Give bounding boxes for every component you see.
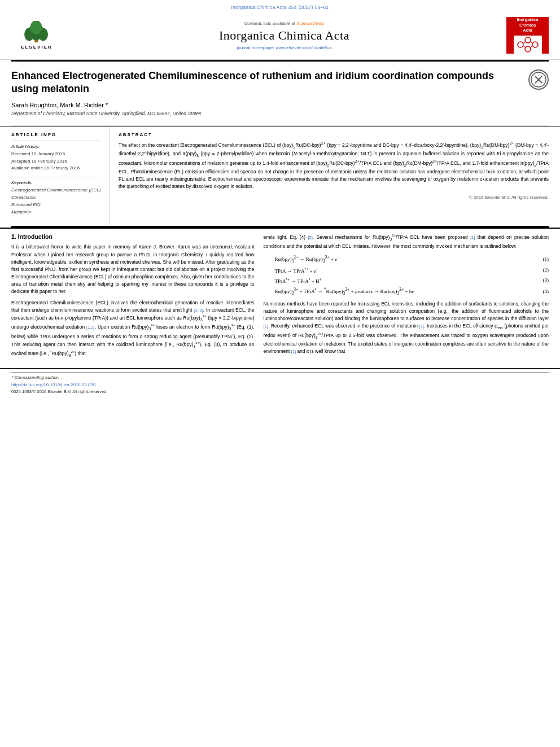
keywords-label: Keywords: bbox=[11, 180, 101, 185]
history-label: Article history: bbox=[11, 144, 101, 149]
crossmark-icon bbox=[530, 71, 547, 88]
equation-3-number: (3) bbox=[535, 277, 549, 283]
equation-1: Ru(bpy)32+ → Ru(bpy)33+ + e− bbox=[264, 255, 535, 264]
article-keywords: Keywords: Electrogenerated Chemiluminesc… bbox=[11, 177, 101, 216]
elsevier-logo: ELSEVIER bbox=[21, 21, 53, 50]
keywords-list: Electrogenerated Chemiluminescence (ECL)… bbox=[11, 187, 101, 216]
equation-3: TPrA•+ → TPrA• + H+ bbox=[264, 277, 535, 284]
journal-homepage: journal homepage: www.elsevier.com/locat… bbox=[68, 45, 501, 50]
equation-2-number: (2) bbox=[535, 267, 549, 273]
keyword-2: Coreactants bbox=[11, 194, 101, 202]
svg-line-12 bbox=[523, 46, 526, 47]
available-date: Available online 26 February 2016 bbox=[11, 165, 101, 172]
intro-paragraph-1: It is a bittersweet honor to write this … bbox=[11, 243, 255, 295]
equation-4-number: (4) bbox=[535, 289, 549, 294]
svg-line-9 bbox=[523, 42, 526, 43]
journal-banner: ELSEVIER Contents lists available at Sci… bbox=[11, 14, 549, 57]
abstract-copyright: © 2016 Elsevier B.V. All rights reserved… bbox=[119, 195, 549, 200]
equation-2-row: TPrA → TPrA•+ + e− (2) bbox=[264, 267, 549, 274]
svg-point-7 bbox=[532, 42, 538, 47]
equation-2: TPrA → TPrA•+ + e− bbox=[264, 267, 535, 274]
abstract-section: ABSTRACT The effect on the coreactant El… bbox=[110, 126, 549, 226]
homepage-url[interactable]: www.elsevier.com/locate/ica bbox=[275, 45, 332, 50]
keyword-3: Enhanced ECL bbox=[11, 202, 101, 209]
article-info-section: ARTICLE INFO Article history: Received 1… bbox=[11, 126, 110, 226]
keyword-4: Melatonin bbox=[11, 209, 101, 216]
doi-line[interactable]: http://dx.doi.org/10.1016/j.ica.2016.02.… bbox=[11, 382, 549, 387]
equations-block: Ru(bpy)32+ → Ru(bpy)33+ + e− (1) TPrA → … bbox=[264, 255, 549, 296]
article-affiliation: Department of Chemistry, Missouri State … bbox=[11, 111, 523, 116]
article-title-block: Enhanced Electrogenerated Chemiluminesce… bbox=[11, 69, 523, 120]
equation-3-row: TPrA•+ → TPrA• + H+ (3) bbox=[264, 277, 549, 284]
keyword-1: Electrogenerated Chemiluminescence (ECL) bbox=[11, 187, 101, 194]
crossmark-badge[interactable] bbox=[528, 69, 549, 90]
intro-paragraph-2: Electrogenerated Chemiluminescence (ECL)… bbox=[11, 299, 255, 359]
svg-point-4 bbox=[30, 21, 42, 34]
equation-1-row: Ru(bpy)32+ → Ru(bpy)33+ + e− (1) bbox=[264, 255, 549, 264]
journal-center-block: Contents lists available at ScienceDirec… bbox=[68, 21, 501, 50]
journal-header: Inorganica Chimica Acta 454 (2017) 58–61… bbox=[0, 0, 560, 60]
right-logo-title: InorganicaChimicaActa bbox=[517, 17, 539, 33]
page: Inorganica Chimica Acta 454 (2017) 58–61… bbox=[0, 0, 560, 397]
corresponding-note: * Corresponding author. bbox=[11, 375, 549, 380]
equation-4-row: Ru(bpy)33+ + TPrA• → *Ru(bpy)32+ + produ… bbox=[264, 287, 549, 296]
elsevier-text: ELSEVIER bbox=[21, 45, 53, 50]
accepted-date: Accepted 18 February 2016 bbox=[11, 158, 101, 165]
svg-point-8 bbox=[525, 46, 531, 52]
elsevier-logo-block: ELSEVIER bbox=[11, 19, 62, 53]
footer-copyright: 0020-1693/© 2016 Elsevier B.V. All right… bbox=[11, 389, 549, 394]
svg-point-5 bbox=[518, 42, 523, 47]
journal-logo-right: InorganicaChimicaActa bbox=[506, 17, 549, 54]
article-footer: * Corresponding author. http://dx.doi.or… bbox=[0, 368, 560, 397]
equation-4: Ru(bpy)33+ + TPrA• → *Ru(bpy)32+ + produ… bbox=[264, 287, 535, 296]
svg-line-11 bbox=[530, 46, 533, 47]
article-header: Enhanced Electrogenerated Chemiluminesce… bbox=[0, 62, 560, 125]
main-content: 1. Introduction It is a bittersweet hono… bbox=[0, 228, 560, 368]
right-para-2: Numerous methods have been reported for … bbox=[264, 300, 549, 356]
right-intro-para: emits light, Eq. (4) [5]. Several mechan… bbox=[264, 233, 549, 250]
svg-line-10 bbox=[530, 42, 533, 43]
article-authors: Sarah Roughton, Mark M. Richter * bbox=[11, 102, 523, 108]
svg-point-6 bbox=[525, 37, 531, 43]
article-info-abstract: ARTICLE INFO Article history: Received 1… bbox=[0, 126, 560, 226]
equation-1-number: (1) bbox=[535, 256, 549, 262]
right-column: emits light, Eq. (4) [5]. Several mechan… bbox=[264, 233, 549, 362]
sciencedirect-link[interactable]: ScienceDirect bbox=[296, 21, 324, 26]
article-info-label: ARTICLE INFO bbox=[11, 132, 101, 137]
journal-citation: Inorganica Chimica Acta 454 (2017) 58–61 bbox=[11, 5, 549, 10]
logo-chemistry-icon bbox=[515, 36, 541, 54]
received-date: Received 10 January 2016 bbox=[11, 151, 101, 158]
abstract-text: The effect on the coreactant Electrogene… bbox=[119, 141, 549, 190]
introduction-heading: 1. Introduction bbox=[11, 233, 255, 240]
abstract-label: ABSTRACT bbox=[119, 132, 549, 137]
left-column: 1. Introduction It is a bittersweet hono… bbox=[11, 233, 255, 362]
right-logo-image bbox=[514, 36, 542, 54]
article-history: Article history: Received 10 January 201… bbox=[11, 141, 101, 172]
journal-title: Inorganica Chimica Acta bbox=[68, 28, 501, 43]
article-title: Enhanced Electrogenerated Chemiluminesce… bbox=[11, 69, 523, 96]
contents-line: Contents lists available at ScienceDirec… bbox=[68, 21, 501, 26]
elsevier-tree-icon bbox=[21, 21, 52, 43]
